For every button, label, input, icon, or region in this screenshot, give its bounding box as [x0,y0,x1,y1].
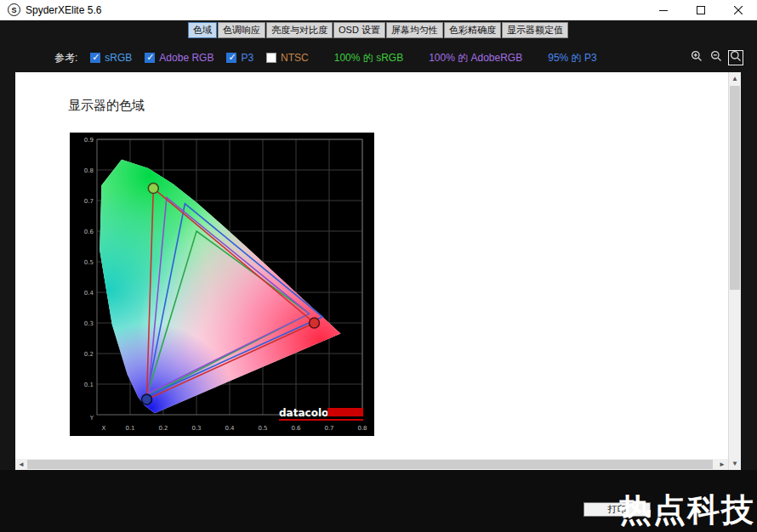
checkbox-3[interactable] [266,53,276,63]
tab-0[interactable]: 色域 [188,22,217,38]
reference-item-2: P3 [226,52,253,64]
tab-bar: 色域色调响应亮度与对比度OSD 设置屏幕均匀性色彩精确度显示器额定值 [0,22,757,38]
scroll-left-icon[interactable]: ◄ [18,459,25,470]
svg-text:datacolor: datacolor [279,407,333,419]
svg-text:0.1: 0.1 [84,382,94,388]
cie-chromaticity-chart: 0.10.20.30.40.50.60.70.80.9YX0.10.20.30.… [70,133,374,436]
window-controls [645,0,757,20]
app-logo-icon: S [8,3,20,16]
svg-text:0.4: 0.4 [84,290,94,297]
gamut-result-1: 100% 的 AdobeRGB [429,51,522,65]
svg-text:0.3: 0.3 [84,320,94,327]
reference-toolbar: 参考: sRGBAdobe RGBP3NTSC 100% 的 sRGB100% … [0,47,757,69]
close-button[interactable] [720,0,757,20]
reference-name-0: sRGB [105,52,132,64]
svg-text:0.9: 0.9 [84,137,94,144]
magnifier-icon [729,49,743,66]
vertical-scrollbar[interactable]: ▲ ▼ [728,72,741,470]
svg-text:X: X [102,425,106,432]
svg-text:0.3: 0.3 [191,425,201,432]
svg-text:0.6: 0.6 [84,229,94,235]
svg-text:0.7: 0.7 [84,198,94,205]
svg-text:Y: Y [89,415,94,422]
reference-checkbox-group: sRGBAdobe RGBP3NTSC [77,52,308,64]
gamut-results: 100% 的 sRGB100% 的 AdobeRGB95% 的 P3 [309,51,597,65]
zoom-button-group [689,50,743,65]
checkbox-2[interactable] [226,53,236,63]
horizontal-scrollbar[interactable]: ◄ ► [15,459,728,470]
reference-name-2: P3 [241,52,253,64]
scroll-up-icon[interactable]: ▲ [731,73,738,84]
zoom-out-button[interactable] [709,50,724,65]
svg-text:0.2: 0.2 [84,351,94,358]
checkbox-0[interactable] [90,53,100,63]
svg-text:0.8: 0.8 [84,167,94,174]
bottom-bar: 打印 热点科技 [0,470,757,532]
svg-text:0.6: 0.6 [291,425,301,432]
svg-text:0.5: 0.5 [258,425,267,432]
scroll-right-icon[interactable]: ► [719,459,726,470]
tab-3[interactable]: OSD 设置 [333,22,385,38]
tab-1[interactable]: 色调响应 [218,22,265,38]
maximize-button[interactable] [682,0,720,20]
content-area: 显示器的色域 0.10.20.30.40.50.60.70.80.9YX0.10… [15,72,741,470]
tab-4[interactable]: 屏幕均匀性 [386,22,443,38]
vertical-scrollbar-thumb[interactable] [730,86,740,290]
report-panel: 显示器的色域 0.10.20.30.40.50.60.70.80.9YX0.10… [15,72,728,459]
reference-name-1: Adobe RGB [159,52,213,64]
checkbox-1[interactable] [145,53,155,63]
tab-6[interactable]: 显示器额定值 [502,22,568,38]
watermark-text: 热点科技 [619,489,755,532]
zoom-select-button[interactable] [728,50,743,65]
window-title: SpyderXElite 5.6 [26,4,101,16]
reference-item-1: Adobe RGB [145,52,213,64]
gamut-result-0: 100% 的 sRGB [334,51,403,65]
magnifier-plus-icon [690,49,703,66]
svg-text:0.4: 0.4 [225,425,235,432]
reference-name-3: NTSC [281,52,309,64]
svg-text:0.1: 0.1 [125,425,134,432]
zoom-in-button[interactable] [689,50,704,65]
gamut-result-2: 95% 的 P3 [548,51,596,65]
svg-text:0.7: 0.7 [324,425,333,432]
svg-text:0.5: 0.5 [84,259,94,266]
tab-5[interactable]: 色彩精确度 [444,22,501,38]
svg-text:0.8: 0.8 [357,425,367,432]
svg-text:0.2: 0.2 [158,425,168,432]
tab-2[interactable]: 亮度与对比度 [266,22,333,38]
magnifier-minus-icon [709,49,723,66]
title-bar: S SpyderXElite 5.6 [0,0,757,20]
minimize-button[interactable] [645,0,682,20]
reference-item-3: NTSC [266,52,309,64]
reference-label: 参考: [54,51,77,65]
horizontal-scrollbar-thumb[interactable] [27,460,713,469]
app-window: S SpyderXElite 5.6 色域色调响应亮度与对比度OSD 设置屏幕均… [0,0,757,532]
reference-item-0: sRGB [90,52,132,64]
page-title: 显示器的色域 [68,98,145,114]
scroll-down-icon[interactable]: ▼ [731,458,738,469]
